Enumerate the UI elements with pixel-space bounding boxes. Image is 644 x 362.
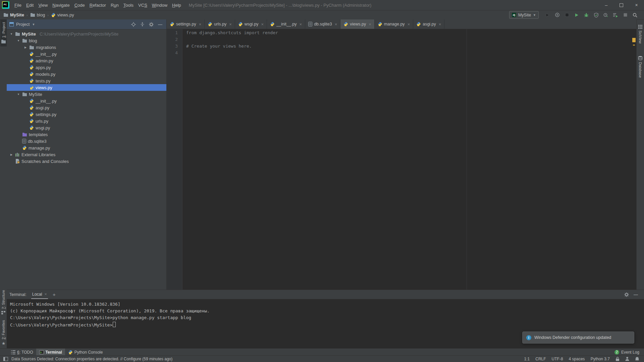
toolwindow-toggle-icon[interactable] [3,357,8,361]
menu-edit[interactable]: Edit [24,3,36,8]
settings-button[interactable] [149,22,154,27]
tree-row-mysite[interactable]: ▼MySite [7,91,166,98]
tree-row-templates[interactable]: templates [7,131,166,138]
debug-button[interactable] [583,11,590,19]
tree-row-manage-py[interactable]: manage.py [7,144,166,151]
lock-button[interactable] [615,357,620,361]
stop-dark-button[interactable] [563,11,571,19]
tree-row-scratches-and-consoles[interactable]: Scratches and Consoles [7,158,166,165]
menu-window[interactable]: Window [150,3,170,8]
editor-tab-urls-py[interactable]: urls.py× [205,19,235,29]
locate-button[interactable] [131,22,136,27]
status-utf-8[interactable]: UTF-8 [552,357,563,361]
chevron-down-icon[interactable]: ▼ [16,39,20,42]
new-session-button[interactable]: + [53,292,56,297]
menu-help[interactable]: Help [170,3,183,8]
tree-row-apps-py[interactable]: apps.py [7,64,166,71]
toolwindow-button-terminal[interactable]: Terminal [36,349,65,356]
editor-tab-manage-py[interactable]: manage.py× [375,19,413,29]
close-button[interactable]: × [629,0,644,10]
tree-row-init-py[interactable]: __init__.py [7,51,166,57]
run-dashboard-button[interactable] [612,11,619,19]
run-dark-button[interactable] [544,11,551,19]
project-panel-title[interactable]: Project [16,22,30,27]
tree-row-views-py[interactable]: views.py [7,84,166,91]
settings-button[interactable] [624,292,629,297]
chevron-down-icon[interactable]: ▼ [9,33,13,36]
hide-button[interactable]: — [634,292,638,297]
stripe-button-sciview[interactable]: SciView [638,23,643,45]
menu-code[interactable]: Code [72,3,87,8]
close-icon[interactable]: × [229,22,232,27]
collapse-all-button[interactable] [140,22,145,26]
minimize-button[interactable]: – [599,0,614,10]
toolwindow-button-python-console[interactable]: Python Console [65,349,106,356]
stripe-button-7-structure[interactable]: 7: Structure [1,287,6,317]
event-log-button[interactable]: 2 Event Log [614,350,644,355]
run-button[interactable] [573,11,580,19]
breadcrumb-item-views-py[interactable]: views.py [51,12,74,17]
close-icon[interactable]: × [199,22,202,27]
status-python-3-7[interactable]: Python 3.7 [591,357,610,361]
code-area[interactable]: from django.shortcuts import render# Cre… [183,29,637,290]
stripe-button-2-favorites[interactable]: ★2: Favorites [1,317,6,349]
tree-row-models-py[interactable]: models.py [7,71,166,77]
chevron-right-icon[interactable]: ▶ [9,153,13,156]
close-icon[interactable]: × [300,22,302,27]
editor-tab-asgi-py[interactable]: asgi.py× [413,19,444,29]
tree-row-db-sqlite3[interactable]: db.sqlite3 [7,138,166,144]
status-4-spaces[interactable]: 4 spaces [569,357,585,361]
stop-disabled-button[interactable] [622,11,629,19]
tree-row-urls-py[interactable]: urls.py [7,118,166,124]
editor-gutter[interactable]: 1234 [167,29,182,290]
inspection-marker[interactable] [632,38,636,42]
tree-row-mysite[interactable]: ▼MySiteC:\Users\Valery\PycharmProjects\M… [7,31,166,37]
toolwindow-button-6-todo[interactable]: 6: TODO [8,349,36,356]
profile-button[interactable] [553,11,561,19]
menu-file[interactable]: File [12,3,24,8]
chevron-down-icon[interactable]: ▼ [32,23,35,26]
tree-row-external-libraries[interactable]: ▶External Libraries [7,151,166,158]
chevron-right-icon[interactable]: ▶ [23,46,28,49]
tree-row-wsgi-py[interactable]: wsgi.py [7,124,166,131]
tree-row-asgi-py[interactable]: asgi.py [7,104,166,111]
hector-button[interactable] [625,357,629,361]
terminal-tab-local[interactable]: Local × [31,290,48,299]
notification-balloon[interactable]: i Windows Defender configuration updated [522,331,634,344]
close-icon[interactable]: × [335,22,337,27]
editor-tab-init-py[interactable]: __init__.py× [267,19,305,29]
editor-tab-wsgi-py[interactable]: wsgi.py× [235,19,267,29]
tree-row-blog[interactable]: ▼blog [7,37,166,44]
status-crlf[interactable]: CRLF [535,357,546,361]
editor-tab-db-sqlite3[interactable]: db.sqlite3× [305,19,340,29]
close-icon[interactable]: × [45,292,47,297]
close-icon[interactable]: × [439,22,441,27]
tree-row-tests-py[interactable]: tests.py [7,77,166,84]
maximize-button[interactable] [614,0,629,10]
menu-view[interactable]: View [36,3,50,8]
tree-row-migrations[interactable]: ▶migrations [7,44,166,51]
breadcrumb-item-blog[interactable]: blog [30,12,45,17]
tree-row-settings-py[interactable]: settings.py [7,111,166,118]
menu-refactor[interactable]: Refactor [87,3,108,8]
close-icon[interactable]: × [408,22,410,27]
stripe-button-database[interactable]: Database [637,54,643,79]
run-config-select[interactable]: dj MySite ▼ [509,11,539,19]
bell-button[interactable] [635,357,639,361]
editor-body[interactable]: 1234 from django.shortcuts import render… [167,29,637,290]
search-everywhere-button[interactable] [631,11,639,19]
menu-run[interactable]: Run [108,3,121,8]
scrollbar-mark[interactable] [633,45,635,46]
status-1-1[interactable]: 1:1 [524,357,530,361]
menu-vcs[interactable]: VCS [136,3,150,8]
stripe-button-1-project[interactable]: 1: Project [0,19,7,46]
profiler-button[interactable] [602,11,609,19]
menu-tools[interactable]: Tools [121,3,136,8]
breadcrumb-item-mysite[interactable]: MySite [3,12,24,17]
editor-tab-settings-py[interactable]: settings.py× [167,19,205,29]
chevron-down-icon[interactable]: ▼ [16,93,20,96]
close-icon[interactable]: × [261,22,264,27]
tree-row-init-py[interactable]: __init__.py [7,98,166,104]
menu-navigate[interactable]: Navigate [50,3,72,8]
status-message[interactable]: Data Sources Detected: Connection proper… [11,357,172,361]
